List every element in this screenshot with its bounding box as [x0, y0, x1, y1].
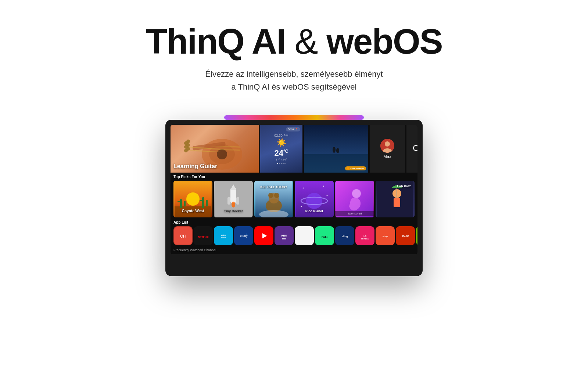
weather-range: 17° / 24°: [276, 158, 287, 161]
pico-planet-label: Pico Planet: [295, 208, 334, 214]
picks-row: Coyote West: [173, 181, 415, 217]
svg-point-48: [306, 193, 322, 209]
svg-point-12: [184, 145, 188, 149]
svg-text:LG: LG: [363, 235, 366, 237]
app-lg-fitness[interactable]: LG FITNESS: [355, 226, 374, 245]
page-header: ThinQ AI & webOS Élvezze az intelligense…: [0, 0, 588, 101]
page-subtitle: Élvezze az intelligensebb, személyesebb …: [7, 68, 581, 93]
svg-rect-36: [230, 188, 236, 203]
dot-1: [277, 163, 278, 164]
weather-icon: ☀️: [276, 138, 286, 148]
title-ampersand: &: [294, 22, 317, 61]
top-picks-section: Top Picks For You: [171, 173, 417, 219]
app-hbomax[interactable]: HBO max: [275, 226, 294, 245]
svg-text:NETFLIX: NETFLIX: [198, 236, 208, 238]
user-name: Max: [384, 154, 391, 159]
svg-point-16: [333, 147, 336, 153]
svg-point-17: [336, 148, 339, 153]
svg-point-11: [184, 141, 188, 145]
weather-temp: 24°C: [275, 148, 288, 158]
app-list-section: App List CH NETFLIX: [171, 219, 417, 247]
tiny-rocket-label: Tiny Rocket: [214, 208, 253, 214]
tv-container: Learning Guitar Seoul 📍 02:30 PM ☀️ 24°C…: [0, 115, 588, 276]
user-tile[interactable]: Max: [370, 125, 405, 173]
svg-point-19: [385, 141, 390, 147]
svg-point-51: [323, 185, 324, 187]
app-prime-video[interactable]: prime video: [214, 226, 233, 245]
app-sling[interactable]: sling: [335, 226, 354, 245]
dot-2: [279, 163, 280, 164]
svg-rect-75: [298, 229, 311, 242]
lab-kidz-label: Lab Kidz: [396, 183, 413, 189]
svg-point-52: [327, 195, 328, 196]
svg-text:sling: sling: [342, 235, 348, 238]
svg-point-27: [186, 192, 200, 206]
app-disney[interactable]: Disney +: [234, 226, 253, 245]
app-apple-tv[interactable]: [295, 226, 314, 245]
svg-rect-29: [180, 199, 182, 208]
title-bold-1: ThinQ AI: [146, 22, 285, 61]
svg-text:max: max: [282, 238, 286, 240]
frequently-watched: Frequently Watched Channel: [171, 247, 417, 254]
svg-rect-58: [394, 198, 400, 207]
search-icon: [413, 145, 417, 153]
svg-text:FITNESS: FITNESS: [361, 238, 369, 240]
carousel-dots: [277, 163, 286, 164]
pick-ice-tale[interactable]: ICE TALE STORY: [254, 181, 293, 217]
app-list-label: App List: [173, 220, 415, 224]
svg-text:STADIA: STADIA: [402, 235, 409, 237]
svg-point-50: [303, 187, 304, 188]
svg-text:hulu: hulu: [322, 235, 328, 239]
coyote-west-label: Coyote West: [173, 207, 212, 214]
svg-rect-31: [184, 201, 186, 206]
svg-text:+: +: [246, 232, 248, 236]
svg-text:shop: shop: [382, 235, 388, 238]
app-netflix[interactable]: NETFLIX: [194, 226, 213, 245]
accuweather-badge: 🟠 AccuWeather: [345, 166, 366, 170]
pick-sponsored[interactable]: Sponsored: [335, 181, 374, 217]
pick-pico-planet[interactable]: Pico Planet: [295, 181, 334, 217]
svg-rect-30: [178, 201, 181, 202]
svg-point-53: [301, 206, 302, 207]
svg-point-2: [217, 149, 227, 159]
svg-point-45: [274, 193, 279, 198]
top-picks-label: Top Picks For You: [173, 175, 415, 179]
app-hulu[interactable]: hulu: [315, 226, 334, 245]
gradient-bar: [224, 115, 364, 120]
pick-tiny-rocket[interactable]: Tiny Rocket: [214, 181, 253, 217]
svg-rect-39: [236, 197, 239, 205]
city-badge: Seoul 📍: [286, 127, 300, 131]
tv-frame: Learning Guitar Seoul 📍 02:30 PM ☀️ 24°C…: [165, 120, 423, 276]
weather-tile[interactable]: Seoul 📍 02:30 PM ☀️ 24°C 17° / 24°: [260, 125, 302, 173]
page-title: ThinQ AI & webOS: [7, 22, 581, 61]
pick-coyote-west[interactable]: Coyote West: [173, 181, 212, 217]
app-youtube[interactable]: [254, 226, 273, 245]
svg-rect-34: [206, 200, 208, 206]
app-geforce-now[interactable]: GEFORCE NOW: [416, 226, 417, 245]
pick-lab-kidz[interactable]: Lab Kidz: [376, 181, 415, 217]
subtitle-line-1: Élvezze az intelligensebb, személyesebb …: [205, 69, 383, 79]
svg-rect-33: [200, 200, 204, 201]
ice-tale-label: ICE TALE STORY: [254, 184, 293, 190]
search-tile[interactable]: [406, 125, 417, 173]
tv-screen: Learning Guitar Seoul 📍 02:30 PM ☀️ 24°C…: [171, 125, 417, 254]
hero-tile[interactable]: Learning Guitar: [171, 125, 259, 173]
svg-rect-38: [227, 197, 230, 205]
app-shopee[interactable]: shop: [376, 226, 395, 245]
user-avatar: [380, 139, 394, 153]
app-row: CH NETFLIX prime: [173, 226, 415, 245]
svg-rect-32: [202, 197, 204, 208]
sponsored-label: Sponsored: [335, 211, 374, 216]
app-stadia[interactable]: STADIA: [396, 226, 415, 245]
landscape-tile[interactable]: 🟠 AccuWeather: [304, 125, 368, 173]
weather-time: 02:30 PM: [274, 134, 288, 137]
tv-top-row: Learning Guitar Seoul 📍 02:30 PM ☀️ 24°C…: [171, 125, 417, 173]
svg-text:HBO: HBO: [281, 234, 287, 236]
tv-stand: [257, 254, 331, 261]
svg-point-44: [268, 193, 273, 198]
subtitle-line-2: a ThinQ AI és webOS segítségével: [232, 82, 357, 91]
hero-label: Learning Guitar: [173, 163, 217, 170]
svg-point-21: [413, 145, 417, 151]
app-ch[interactable]: CH: [173, 226, 193, 245]
svg-text:CH: CH: [180, 234, 186, 238]
